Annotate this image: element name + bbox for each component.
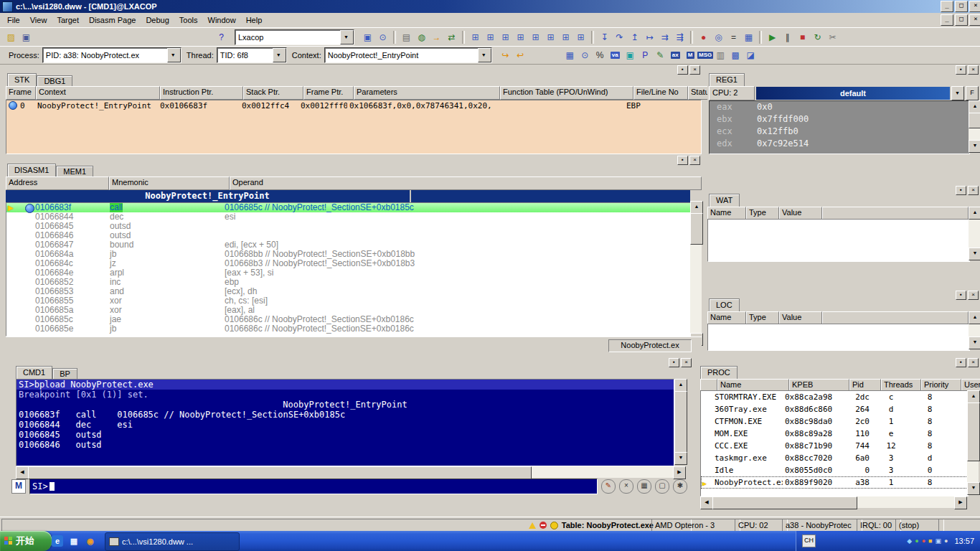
save-log-icon[interactable]: ▦ — [637, 479, 651, 494]
tab-bp[interactable]: BP — [52, 368, 77, 379]
panel-close-icon[interactable]: × — [689, 65, 700, 75]
tab-mem1[interactable]: MEM1 — [56, 166, 93, 176]
process-row[interactable]: ▶NoobyProtect.ex0x889f9020a38181 — [701, 476, 968, 489]
taskbar-task-button[interactable]: c:\...\vsi1280.dww ... — [105, 532, 240, 551]
go-back-icon[interactable]: ↩ — [513, 48, 528, 62]
scroll-right-icon[interactable] — [954, 496, 967, 509]
scroll-down-icon[interactable] — [969, 140, 980, 153]
pause-icon[interactable]: ∥ — [780, 30, 795, 44]
scroll-down-icon[interactable] — [967, 482, 980, 495]
scroll-up-icon[interactable] — [969, 311, 980, 324]
tab-reg1[interactable]: REG1 — [709, 73, 745, 86]
process-row[interactable]: Idle0x8055d0c00300 — [701, 464, 968, 476]
layout-combobox[interactable]: Lxacop — [235, 29, 354, 45]
scroll-down-icon[interactable] — [969, 336, 980, 349]
scroll-thumb[interactable] — [712, 496, 857, 509]
tab-wat[interactable]: WAT — [709, 194, 740, 207]
view-memory-icon[interactable]: ⊞ — [483, 30, 498, 44]
scroll-up-icon[interactable] — [969, 100, 980, 113]
process-row[interactable]: 360Tray.exe0x88d6c860264d836 — [701, 403, 968, 415]
panel-close-icon[interactable]: × — [968, 186, 979, 195]
panel-close-icon[interactable]: × — [681, 358, 692, 367]
taskbar-clock[interactable]: 13:57 — [954, 537, 974, 545]
media-player-icon[interactable]: ◉ — [85, 535, 96, 547]
screen-icon[interactable]: ▣ — [623, 48, 638, 62]
export-icon[interactable]: ▢ — [655, 479, 669, 494]
panel-close-icon[interactable]: × — [968, 65, 979, 75]
stk-column-header[interactable]: File/Line No — [633, 86, 688, 100]
panel-menu-icon[interactable]: ▪ — [956, 291, 966, 300]
tray-misc-icon[interactable]: ● — [944, 535, 948, 547]
proc-scrollbar[interactable] — [967, 390, 979, 495]
font-icon[interactable]: ✎ — [601, 479, 616, 494]
process-row[interactable]: taskmgr.exe0x88cc70206a03d2 — [701, 452, 968, 464]
show-desktop-icon[interactable]: ▦ — [68, 535, 80, 547]
search-memory-icon[interactable]: ⊙ — [578, 48, 593, 62]
stk-column-header[interactable]: Context — [36, 86, 160, 100]
virtual-address-icon[interactable]: va — [608, 48, 623, 62]
breakpoint-icon[interactable]: ● — [696, 30, 711, 44]
restart-icon[interactable]: ↻ — [810, 30, 825, 44]
page-table-icon[interactable]: ▦ — [562, 48, 578, 62]
panel-close-icon[interactable]: × — [968, 291, 979, 300]
process-row[interactable]: CCC.EXE0x88c71b9074412887 — [701, 440, 968, 452]
scroll-thumb[interactable] — [674, 391, 687, 453]
scroll-thumb[interactable] — [28, 466, 532, 479]
menu-debug[interactable]: Debug — [141, 14, 174, 26]
loc-scrollbar[interactable] — [969, 311, 980, 349]
close-button[interactable]: × — [969, 1, 980, 12]
chevron-down-icon[interactable] — [478, 48, 491, 62]
command-input[interactable]: SI> — [29, 479, 598, 494]
mdi-restore-button[interactable]: □ — [955, 14, 968, 26]
mdi-close-button[interactable]: × — [969, 14, 980, 26]
scroll-right-icon[interactable] — [673, 466, 686, 479]
stop-debug-icon[interactable]: ■ — [795, 30, 810, 44]
step-over-icon[interactable]: ↷ — [612, 30, 627, 44]
panel-menu-icon[interactable]: ▪ — [956, 65, 966, 75]
disasm-column-header[interactable]: Operand — [230, 176, 702, 190]
new-window-icon[interactable]: ▣ — [360, 30, 375, 44]
run-to-cursor-icon[interactable]: ↦ — [642, 30, 657, 44]
watch-list[interactable] — [707, 219, 970, 262]
percent-icon[interactable]: % — [593, 48, 608, 62]
stack-frame-row[interactable]: 0NoobyProtect!_EntryPoint0x0106683f0x001… — [6, 100, 701, 112]
scroll-down-icon[interactable] — [969, 248, 980, 260]
tab-loc[interactable]: LOC — [709, 298, 740, 311]
help-icon[interactable]: ? — [214, 30, 229, 44]
step-out-icon[interactable]: ↥ — [627, 30, 642, 44]
wat-scrollbar[interactable] — [969, 207, 980, 260]
tray-firewall-icon[interactable]: ● — [922, 535, 925, 547]
chevron-down-icon[interactable] — [273, 48, 286, 62]
console-vscrollbar[interactable] — [674, 379, 686, 465]
go-icon[interactable]: → — [429, 30, 444, 44]
panel-menu-icon[interactable]: ▪ — [669, 358, 679, 367]
register-row[interactable]: edx0x7c92e514 — [710, 138, 969, 150]
chevron-down-icon[interactable] — [167, 48, 181, 62]
menu-view[interactable]: View — [25, 14, 52, 26]
copy-data-icon[interactable]: ▥ — [713, 48, 728, 62]
message-icon[interactable]: MSG — [698, 48, 713, 62]
save-layout-icon[interactable]: ▣ — [19, 30, 34, 44]
stk-column-header[interactable]: Instruction Ptr. — [160, 86, 243, 100]
go-forward-icon[interactable]: ↪ — [498, 48, 513, 62]
watch-add-icon[interactable]: ◎ — [711, 30, 726, 44]
trace-icon[interactable]: ⇉ — [657, 30, 672, 44]
start-button[interactable]: 开始 — [0, 531, 52, 551]
restore-button[interactable]: □ — [955, 1, 968, 12]
edit-icon[interactable]: ✎ — [653, 48, 668, 62]
panel-menu-icon[interactable]: ▪ — [956, 186, 966, 195]
physical-memory-icon[interactable]: P — [638, 48, 653, 62]
memory-dump-icon[interactable]: ▦ — [741, 30, 756, 44]
scroll-thumb[interactable] — [690, 213, 703, 245]
thread-combobox[interactable]: TID: 6f8 — [217, 47, 287, 63]
mdi-minimize-button[interactable]: _ — [941, 14, 953, 26]
panel-menu-icon[interactable]: ▪ — [956, 358, 966, 367]
run-icon[interactable]: ▶ — [765, 30, 780, 44]
disasm-column-header[interactable]: Mnemonic — [109, 176, 230, 190]
locals-list[interactable] — [707, 324, 970, 351]
tab-proc[interactable]: PROC — [700, 366, 738, 379]
context-combobox[interactable]: NoobyProtect!_EntryPoint — [324, 47, 492, 63]
reg-scrollbar[interactable] — [969, 100, 980, 153]
menu-target[interactable]: Target — [52, 14, 84, 26]
view-disasm-icon[interactable]: ⊞ — [468, 30, 483, 44]
